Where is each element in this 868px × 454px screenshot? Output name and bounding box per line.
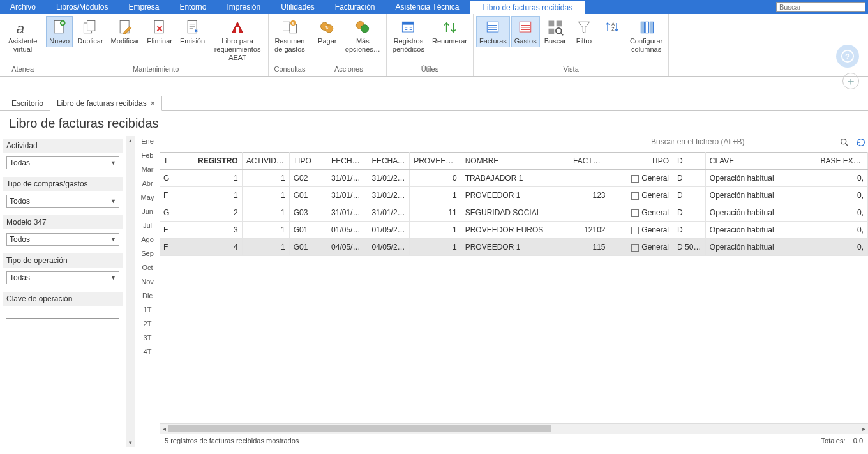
filter-2: Modelo 347Todos▼ [3,215,123,246]
col-factura[interactable]: FACTURA [569,153,610,170]
month-1t[interactable]: 1T [144,306,152,314]
cell-clave: Operación habitual [705,222,816,239]
month-jun[interactable]: Jun [142,208,153,215]
refresh-icon[interactable] [855,137,867,148]
columnas-button[interactable]: Configurarcolumnas [627,16,666,56]
filter-select[interactable]: Todos▼ [6,233,119,246]
month-jul[interactable]: Jul [143,222,152,229]
col-registro[interactable]: REGISTRO [181,153,242,170]
cell-tipo2: General [610,170,673,187]
orden-button[interactable]: AZ [599,16,625,39]
invoice-table: TREGISTROACTIVIDADTIPOFECHA …FECHA E…PRO… [160,152,868,256]
col-tipo2[interactable]: TIPO [610,153,673,170]
scroll-down-icon[interactable]: ▾ [126,438,135,447]
nuevo-button[interactable]: Nuevo [46,16,73,47]
buscar-button[interactable]: Buscar [541,16,569,47]
emision-button[interactable]: Emisión [177,16,208,47]
menu-archivo[interactable]: Archivo [0,0,46,14]
facturas-button[interactable]: Facturas [476,16,510,47]
checkbox-icon[interactable] [631,209,639,217]
filter-select[interactable]: Todas▼ [6,271,119,284]
month-ago[interactable]: Ago [141,236,154,243]
search-input[interactable] [776,2,865,12]
col-clave[interactable]: CLAVE [705,153,816,170]
month-may[interactable]: May [141,193,154,201]
month-3t[interactable]: 3T [144,334,152,342]
tab-libro-de-facturas-recibidas[interactable]: Libro de facturas recibidas× [50,96,162,111]
month-dic[interactable]: Dic [142,292,153,299]
col-nombre[interactable]: NOMBRE [461,153,569,170]
month-2t[interactable]: 2T [144,320,152,328]
month-feb[interactable]: Feb [142,151,154,159]
col-actividad[interactable]: ACTIVIDAD [242,153,289,170]
menu-entorno[interactable]: Entorno [169,0,216,14]
menu-impresin[interactable]: Impresión [216,0,271,14]
menu-librosmdulos[interactable]: Libros/Módulos [46,0,118,14]
renumerar-button[interactable]: Renumerar [429,16,470,47]
cell-tipo: G02 [289,170,327,187]
mas-button[interactable]: Másopciones… [342,16,384,56]
svg-line-26 [561,33,564,36]
gastos-button[interactable]: Gastos [511,16,540,47]
col-d[interactable]: D [673,153,706,170]
month-nov[interactable]: Nov [141,278,154,285]
buscar-label: Buscar [544,37,566,45]
table-row[interactable]: F41G0104/05/20…04/05/20…1PROVEEDOR 1115G… [160,239,868,256]
menu-facturacin[interactable]: Facturación [325,0,385,14]
orden-icon: AZ [602,18,622,37]
month-mar[interactable]: Mar [142,165,154,173]
status-text: 5 registros de facturas recibidas mostra… [165,437,299,444]
modificar-button[interactable]: Modificar [108,16,143,47]
menubar-active-tab[interactable]: Libro de facturas recibidas [469,0,586,14]
checkbox-icon[interactable] [631,175,639,183]
duplicar-button[interactable]: Duplicar [74,16,106,47]
close-icon[interactable]: × [151,99,155,108]
add-tab-button[interactable]: ＋ [842,73,859,89]
asistente-button[interactable]: aAsistentevirtual [5,16,40,56]
col-fechae[interactable]: FECHA E… [368,153,410,170]
libro-aeat-button[interactable]: Libro pararequerimientos AEAT [209,16,266,64]
month-oct[interactable]: Oct [142,264,153,271]
month-4t[interactable]: 4T [144,348,152,356]
checkbox-icon[interactable] [631,192,639,200]
cell-registro: 3 [181,222,242,239]
menu-utilidades[interactable]: Utilidades [271,0,325,14]
table-row[interactable]: G11G0231/01/20…31/01/20…0TRABAJADOR 1Gen… [160,170,868,187]
facturas-icon [483,18,502,37]
month-abr[interactable]: Abr [142,179,153,187]
periodicos-button[interactable]: Registrosperiódicos [389,16,428,56]
scroll-right-icon[interactable]: ▸ [859,424,868,434]
col-base[interactable]: BASE EXENT [816,153,868,170]
checkbox-icon[interactable] [631,244,639,252]
filter-select[interactable]: Todas▼ [6,156,119,169]
sidebar-scrollbar[interactable]: ▴ ▾ [126,136,135,447]
checkbox-icon[interactable] [631,227,639,234]
table-row[interactable]: F31G0101/05/20…01/05/20…1PROVEEDOR EUROS… [160,222,868,239]
file-search-input[interactable] [648,136,834,148]
filtro-button[interactable]: Filtro [571,16,597,47]
col-fecha[interactable]: FECHA … [327,153,368,170]
ribbon-group-label: Atenea [11,65,34,74]
col-proveedor[interactable]: PROVEEDOR [410,153,461,170]
pagar-button[interactable]: €Pagar [314,16,341,47]
col-tipo[interactable]: TIPO [289,153,327,170]
table-row[interactable]: F11G0131/01/20…31/01/20…1PROVEEDOR 1123G… [160,187,868,204]
help-icon[interactable]: ? [836,45,859,68]
tab-escritorio[interactable]: Escritorio [5,96,50,110]
filter-select[interactable]: Todos▼ [6,195,119,208]
search-icon[interactable] [839,137,850,148]
scroll-left-icon[interactable]: ◂ [160,424,168,434]
horizontal-scrollbar[interactable]: ◂ ▸ [160,423,868,434]
filter-input[interactable] [6,310,119,319]
scrollbar-thumb[interactable] [168,425,551,432]
table-row[interactable]: G21G0331/01/20…31/01/20…11SEGURIDAD SOCI… [160,204,868,222]
month-ene[interactable]: Ene [141,137,154,145]
eliminar-button[interactable]: Eliminar [144,16,176,47]
menu-asistenciatcnica[interactable]: Asistencia Técnica [385,0,470,14]
mas-icon [353,18,372,37]
scroll-up-icon[interactable]: ▴ [126,136,135,145]
col-t[interactable]: T [160,153,181,170]
resumen-button[interactable]: €Resumende gastos [271,16,308,56]
month-sep[interactable]: Sep [141,250,154,257]
menu-empresa[interactable]: Empresa [118,0,169,14]
